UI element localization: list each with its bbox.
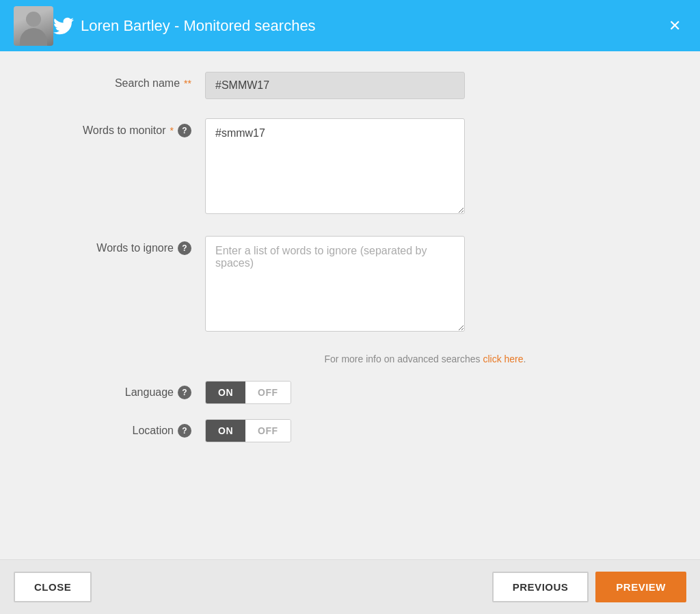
advanced-search-info: For more info on advanced searches click… xyxy=(55,353,645,364)
language-row: Language ? ON OFF xyxy=(55,381,645,404)
twitter-icon xyxy=(53,16,74,36)
words-ignore-row: Words to ignore ? xyxy=(55,236,645,334)
avatar xyxy=(14,6,53,46)
search-name-control xyxy=(205,72,465,99)
location-help-icon[interactable]: ? xyxy=(178,424,191,438)
preview-button[interactable]: PREVIEW xyxy=(595,572,686,602)
words-monitor-control: #smmw17 xyxy=(205,118,465,217)
words-monitor-required: * xyxy=(170,125,174,136)
language-help-icon[interactable]: ? xyxy=(178,386,191,399)
search-name-input[interactable] xyxy=(205,72,465,99)
location-label: Location ? xyxy=(55,424,205,438)
search-name-label: Search name ** xyxy=(55,72,205,90)
words-monitor-textarea[interactable]: #smmw17 xyxy=(205,118,465,214)
search-name-row: Search name ** xyxy=(55,72,645,99)
click-here-link[interactable]: click here xyxy=(483,353,523,364)
header-title: Loren Bartley - Monitored searches xyxy=(81,17,663,35)
modal-footer: CLOSE PREVIOUS PREVIEW xyxy=(0,559,700,614)
language-on-button[interactable]: ON xyxy=(206,382,245,403)
modal-container: Loren Bartley - Monitored searches ✕ Sea… xyxy=(0,0,700,614)
location-off-button[interactable]: OFF xyxy=(245,420,291,442)
location-row: Location ? ON OFF xyxy=(55,419,645,442)
language-label: Language ? xyxy=(55,386,205,399)
words-ignore-help-icon[interactable]: ? xyxy=(178,241,191,255)
close-button[interactable]: CLOSE xyxy=(14,572,92,602)
header-close-button[interactable]: ✕ xyxy=(663,16,686,36)
language-toggle: ON OFF xyxy=(205,381,291,404)
search-name-required: ** xyxy=(184,78,191,89)
language-off-button[interactable]: OFF xyxy=(245,382,291,403)
words-ignore-textarea[interactable] xyxy=(205,236,465,332)
modal-body: Search name ** Words to monitor * ? #smm… xyxy=(0,51,700,559)
words-monitor-row: Words to monitor * ? #smmw17 xyxy=(55,118,645,217)
modal-header: Loren Bartley - Monitored searches ✕ xyxy=(0,0,700,51)
previous-button[interactable]: PREVIOUS xyxy=(492,572,589,602)
location-toggle: ON OFF xyxy=(205,419,291,442)
words-monitor-help-icon[interactable]: ? xyxy=(178,124,191,137)
words-monitor-label: Words to monitor * ? xyxy=(55,118,205,137)
location-on-button[interactable]: ON xyxy=(206,420,245,442)
words-ignore-label: Words to ignore ? xyxy=(55,236,205,255)
words-ignore-control xyxy=(205,236,465,334)
